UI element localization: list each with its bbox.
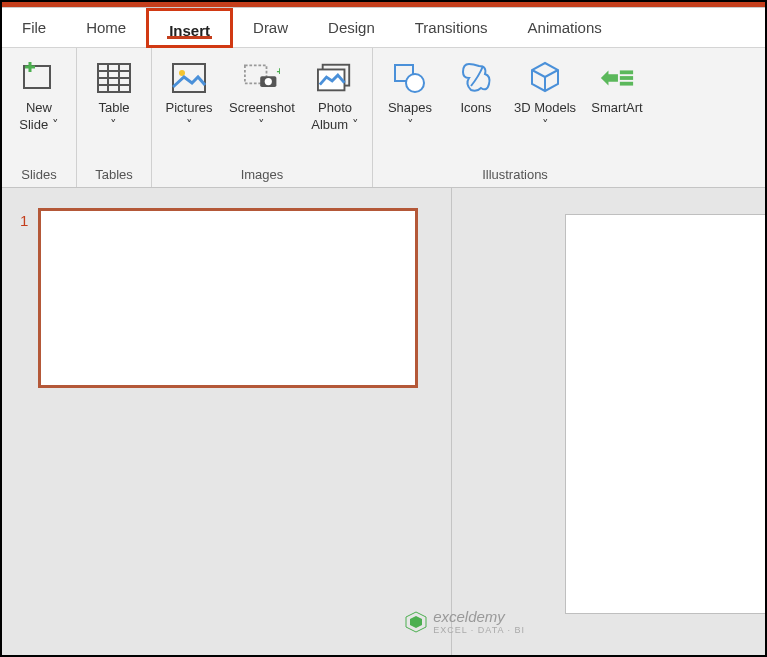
pictures-button[interactable]: Pictures˅ (160, 54, 218, 164)
tab-file[interactable]: File (2, 8, 66, 48)
svg-rect-23 (620, 76, 633, 80)
slide-canvas-area (452, 188, 765, 655)
shapes-label: Shapes˅ (388, 100, 432, 134)
watermark: exceldemy EXCEL · DATA · BI (405, 608, 525, 635)
svg-rect-24 (620, 82, 633, 86)
svg-point-13 (265, 78, 272, 85)
group-slides: New Slide ˅ Slides (2, 48, 77, 187)
shapes-button[interactable]: Shapes˅ (381, 54, 439, 164)
photo-album-icon (317, 60, 353, 96)
group-tables: Table˅ Tables (77, 48, 152, 187)
icons-label: Icons (460, 100, 491, 117)
group-illustrations-label: Illustrations (381, 164, 649, 185)
slide-thumbnail-1[interactable] (38, 208, 418, 388)
smartart-label: SmartArt (591, 100, 642, 117)
smartart-button[interactable]: SmartArt (585, 54, 649, 164)
group-slides-label: Slides (10, 164, 68, 185)
3d-models-button[interactable]: 3D Models ˅ (513, 54, 577, 164)
table-label: Table˅ (98, 100, 129, 134)
group-images: Pictures˅ + Screenshot˅ Photo Album ˅ Im… (152, 48, 373, 187)
tab-draw[interactable]: Draw (233, 8, 308, 48)
screenshot-icon: + (244, 60, 280, 96)
group-illustrations: Shapes˅ Icons 3D Models ˅ SmartArt (373, 48, 657, 187)
3d-models-label: 3D Models ˅ (513, 100, 577, 134)
watermark-name: exceldemy (433, 608, 505, 625)
svg-rect-22 (620, 70, 633, 74)
table-icon (96, 60, 132, 96)
smartart-icon (599, 60, 635, 96)
svg-rect-0 (24, 66, 50, 88)
new-slide-icon (21, 60, 57, 96)
ribbon-tabs: File Home Insert Draw Design Transitions… (2, 8, 765, 48)
workspace: 1 (2, 188, 765, 655)
pictures-label: Pictures˅ (166, 100, 213, 134)
svg-marker-26 (410, 616, 422, 628)
table-button[interactable]: Table˅ (85, 54, 143, 164)
slide-number: 1 (20, 212, 28, 635)
group-images-label: Images (160, 164, 364, 185)
tab-design[interactable]: Design (308, 8, 395, 48)
tab-animations[interactable]: Animations (508, 8, 622, 48)
watermark-icon (405, 611, 427, 633)
photo-album-label: Photo Album ˅ (306, 100, 364, 134)
3d-models-icon (527, 60, 563, 96)
new-slide-label: New Slide ˅ (10, 100, 68, 134)
photo-album-button[interactable]: Photo Album ˅ (306, 54, 364, 164)
ribbon: New Slide ˅ Slides Table˅ Tables Picture… (2, 48, 765, 188)
new-slide-button[interactable]: New Slide ˅ (10, 54, 68, 164)
svg-point-10 (179, 70, 185, 76)
group-tables-label: Tables (85, 164, 143, 185)
icons-button[interactable]: Icons (447, 54, 505, 164)
svg-point-18 (406, 74, 424, 92)
svg-text:+: + (276, 65, 280, 77)
screenshot-label: Screenshot˅ (229, 100, 295, 134)
tab-home[interactable]: Home (66, 8, 146, 48)
shapes-icon (392, 60, 428, 96)
icons-icon (458, 60, 494, 96)
watermark-tag: EXCEL · DATA · BI (433, 625, 525, 635)
slide-canvas[interactable] (565, 214, 767, 614)
tab-transitions[interactable]: Transitions (395, 8, 508, 48)
tab-insert[interactable]: Insert (146, 8, 233, 48)
screenshot-button[interactable]: + Screenshot˅ (226, 54, 298, 164)
svg-marker-21 (601, 70, 618, 85)
pictures-icon (171, 60, 207, 96)
thumbnail-pane: 1 (2, 188, 452, 655)
